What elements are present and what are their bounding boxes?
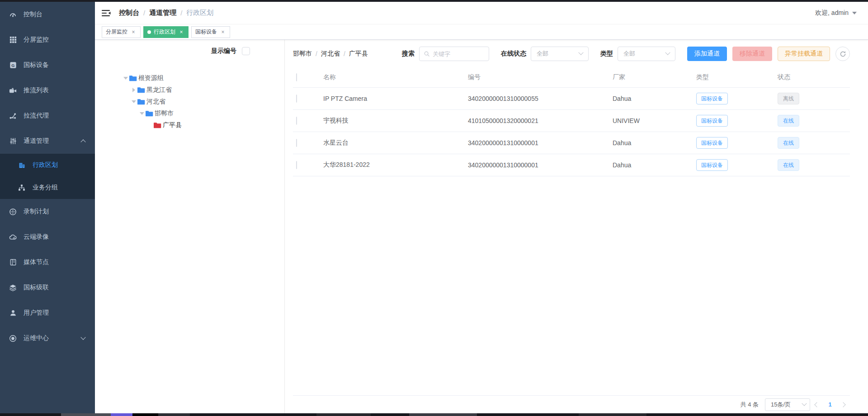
sidebar-item-user-mgmt[interactable]: 用户管理	[0, 300, 95, 326]
sidebar-item-label: 分屏监控	[24, 36, 49, 44]
row-checkbox[interactable]	[296, 139, 297, 147]
add-channel-button[interactable]: 添加通道	[687, 47, 727, 61]
path-separator: /	[344, 50, 345, 57]
sidebar-item-media-node[interactable]: 媒体节点	[0, 250, 95, 275]
tag-split-screen[interactable]: 分屏监控 ×	[102, 26, 141, 38]
row-checkbox[interactable]	[296, 95, 297, 103]
close-icon[interactable]: ×	[178, 29, 184, 35]
page-number-current[interactable]: 1	[824, 398, 836, 411]
sidebar-item-label: 国标设备	[24, 61, 49, 69]
sidebar-item-pull-proxy[interactable]: 拉流代理	[0, 103, 95, 128]
show-number-checkbox[interactable]	[242, 47, 250, 55]
page-size-value: 15条/页	[771, 401, 791, 409]
navbar: 控制台 / 通道管理 / 行政区划 欢迎, admin	[95, 2, 868, 24]
caret-expanded-icon[interactable]	[139, 112, 145, 115]
chevron-up-icon	[80, 139, 85, 144]
tree-node-heilongjiang[interactable]: 黑龙江省	[123, 84, 284, 96]
status-badge-online: 在线	[778, 159, 799, 171]
region-path-item: 河北省	[321, 50, 340, 58]
tree-node-root[interactable]: 根资源组	[123, 72, 284, 84]
channel-table-panel: 邯郸市 / 河北省 / 广平县 搜索 在线状态	[285, 40, 868, 413]
folder-icon	[146, 110, 153, 117]
sidebar-item-label: 拉流代理	[24, 112, 49, 120]
sidebar: 控制台 分屏监控 G 国标设备 推流列表	[0, 2, 95, 413]
sidebar-item-console[interactable]: 控制台	[0, 2, 95, 27]
breadcrumb: 控制台 / 通道管理 / 行政区划	[119, 9, 213, 17]
sidebar-item-gb-device[interactable]: G 国标设备	[0, 52, 95, 78]
select-value: 全部	[623, 50, 635, 58]
push-stream-icon	[9, 87, 17, 95]
sidebar-item-gb-cascade[interactable]: 国标级联	[0, 275, 95, 300]
tag-gb-device[interactable]: 国标设备 ×	[191, 26, 230, 38]
breadcrumb-item[interactable]: 控制台	[119, 9, 139, 17]
tree-node-guangping-selected[interactable]: 广平县	[123, 119, 284, 131]
type-badge: 国标设备	[696, 159, 728, 171]
sidebar-item-label: 行政区划	[33, 161, 58, 169]
abnormal-mount-button[interactable]: 异常挂载通道	[778, 47, 830, 61]
remove-channel-button[interactable]: 移除通道	[732, 47, 772, 61]
sidebar-item-label: 运维中心	[24, 334, 49, 342]
sidebar-item-push-stream[interactable]: 推流列表	[0, 78, 95, 103]
folder-icon	[137, 87, 145, 93]
type-select[interactable]: 全部	[618, 47, 675, 61]
caret-collapsed-icon[interactable]	[131, 88, 137, 92]
user-icon	[9, 309, 17, 317]
row-checkbox[interactable]	[296, 161, 297, 169]
next-page-button[interactable]	[836, 398, 850, 411]
table-row[interactable]: IP PTZ Camera 34020000001310000055 Dahua…	[293, 88, 850, 110]
region-tree: 根资源组 黑龙江省 河北省	[95, 72, 284, 131]
search-label: 搜索	[402, 50, 415, 58]
tree-node-label: 广平县	[163, 121, 182, 129]
row-checkbox[interactable]	[296, 117, 297, 125]
prev-page-button[interactable]	[810, 398, 824, 411]
sidebar-item-cloud-record[interactable]: 云端录像	[0, 224, 95, 250]
table-row[interactable]: 宇视科技 41010500001320000021 UNIVIEW 国标设备 在…	[293, 110, 850, 132]
close-icon[interactable]: ×	[220, 29, 226, 35]
sidebar-item-channel-mgmt[interactable]: 通道管理	[0, 128, 95, 154]
page-size-select[interactable]: 15条/页	[765, 398, 810, 411]
close-icon[interactable]: ×	[130, 29, 137, 35]
refresh-button[interactable]	[835, 47, 850, 61]
table-header-row: 名称 编号 厂家 类型 状态	[293, 67, 850, 88]
chevron-down-icon	[578, 50, 583, 55]
channel-table: 名称 编号 厂家 类型 状态 IP PTZ Camera 34020000001…	[293, 67, 850, 176]
pull-proxy-icon	[9, 112, 17, 120]
online-status-select[interactable]: 全部	[531, 47, 589, 61]
sidebar-item-ops-center[interactable]: 运维中心	[0, 326, 95, 351]
select-all-checkbox[interactable]	[296, 73, 297, 81]
cell-vendor: UNIVIEW	[607, 117, 691, 124]
search-input[interactable]	[433, 51, 484, 57]
search-box	[419, 47, 489, 61]
breadcrumb-separator: /	[143, 9, 145, 17]
cloud-record-icon	[9, 233, 17, 241]
status-badge-online: 在线	[778, 137, 799, 149]
tag-admin-region[interactable]: 行政区划 ×	[143, 26, 189, 38]
sidebar-item-label: 推流列表	[24, 86, 49, 95]
table-row[interactable]: 大华28181-2022 34020000001310000001 Dahua …	[293, 154, 850, 176]
tree-node-handan[interactable]: 邯郸市	[123, 108, 284, 119]
tree-node-hebei[interactable]: 河北省	[123, 96, 284, 108]
caret-expanded-icon[interactable]	[131, 100, 137, 103]
active-dot-icon	[147, 30, 151, 34]
sidebar-item-admin-region[interactable]: 行政区划	[0, 154, 95, 176]
breadcrumb-item[interactable]: 通道管理	[149, 9, 176, 17]
tag-label: 行政区划	[154, 28, 175, 36]
refresh-icon	[840, 51, 846, 57]
sidebar-item-label: 云端录像	[24, 233, 49, 241]
sidebar-item-record-plan[interactable]: 录制计划	[0, 199, 95, 224]
chevron-down-icon	[80, 335, 85, 340]
user-menu[interactable]: 欢迎, admin	[815, 9, 857, 17]
cascade-layers-icon	[9, 284, 17, 292]
tags-view-bar: 分屏监控 × 行政区划 × 国标设备 ×	[95, 24, 868, 40]
table-row[interactable]: 水星云台 34020000001310000001 Dahua 国标设备 在线	[293, 132, 850, 154]
status-badge-offline: 离线	[778, 93, 799, 104]
sidebar-item-business-group[interactable]: 业务分组	[0, 176, 95, 199]
tree-node-label: 河北省	[146, 98, 165, 106]
chevron-left-icon	[814, 402, 819, 407]
caret-expanded-icon[interactable]	[123, 77, 128, 80]
sidebar-item-split-screen[interactable]: 分屏监控	[0, 27, 95, 52]
breadcrumb-separator: /	[180, 9, 182, 17]
sidebar-toggle-icon[interactable]	[102, 9, 111, 17]
cell-name: 宇视科技	[318, 117, 462, 125]
sidebar-item-label: 录制计划	[24, 208, 49, 216]
